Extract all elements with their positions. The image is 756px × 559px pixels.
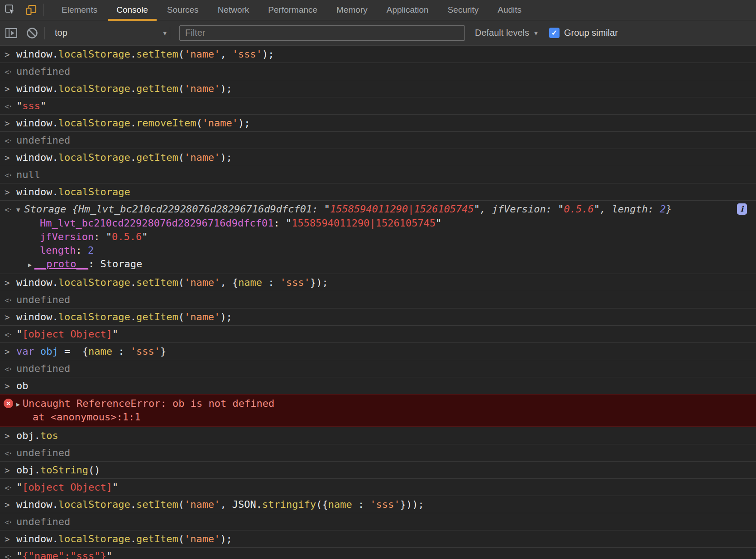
device-toolbar-button[interactable]	[21, 0, 42, 20]
token: "	[40, 100, 46, 111]
token: .	[130, 83, 136, 94]
token: "	[142, 231, 148, 242]
prompt-icon: >	[5, 186, 10, 199]
tab-strip: ElementsConsoleSourcesNetworkPerformance…	[52, 0, 531, 20]
message-text: window.localStorage	[16, 186, 130, 198]
token: .	[130, 277, 136, 288]
error-stack-text: at <anonymous>:1:1	[33, 411, 140, 423]
message-text: "[object Object]"	[16, 328, 118, 340]
token: 'name'	[202, 117, 238, 129]
token: (	[178, 499, 184, 510]
tab-console[interactable]: Console	[107, 0, 158, 20]
message-text: undefined	[16, 447, 70, 458]
inspect-element-button[interactable]	[0, 0, 21, 20]
context-label: top	[55, 28, 158, 38]
execution-context-selector[interactable]: top ▼	[47, 28, 168, 38]
token: 'sss'	[370, 499, 400, 510]
token: (	[178, 533, 184, 545]
token: obj.	[16, 430, 40, 441]
token: window.	[16, 83, 58, 94]
token: window.	[16, 152, 58, 163]
token: var	[16, 346, 34, 357]
device-toolbar-icon	[25, 4, 37, 16]
proto-text: __proto__: Storage	[34, 258, 142, 270]
collapse-toggle-icon[interactable]: ▼	[16, 203, 20, 217]
tab-application[interactable]: Application	[377, 0, 438, 20]
object-properties: Hm_lvt_bc210cd22928076d28296716d9dfcf01:…	[16, 217, 751, 272]
expand-toggle-icon[interactable]: ▶	[28, 258, 32, 272]
token: );	[220, 152, 232, 163]
token: }	[160, 346, 166, 357]
show-console-sidebar-button[interactable]	[1, 23, 22, 43]
tab-security[interactable]: Security	[438, 0, 488, 20]
group-similar-checkbox[interactable]: ✓	[549, 28, 560, 38]
token: :	[648, 203, 660, 215]
tab-sources[interactable]: Sources	[158, 0, 208, 20]
filter-input[interactable]	[179, 25, 465, 41]
prompt-icon: >	[5, 498, 10, 511]
token: name	[88, 346, 112, 357]
token: 'name'	[184, 48, 220, 60]
token: "	[106, 550, 112, 559]
token: getItem	[136, 533, 178, 545]
result-arrow-icon: <·	[5, 362, 12, 376]
token: "	[16, 550, 22, 559]
console-result-row: <·"sss"	[0, 97, 756, 114]
message-text: window.localStorage.getItem('name');	[16, 533, 232, 545]
prompt-icon: >	[5, 151, 10, 164]
console-input-row: >var obj = {name : 'sss'}	[0, 342, 756, 360]
console-input-row: >window.localStorage.getItem('name');	[0, 530, 756, 547]
token: localStorage	[58, 117, 130, 129]
console-input-row: >window.localStorage	[0, 183, 756, 200]
console-result-row: <·undefined	[0, 291, 756, 308]
token: ,	[220, 48, 232, 60]
token: 2	[660, 203, 666, 215]
info-icon[interactable]: i	[737, 203, 747, 215]
token: 'name'	[184, 152, 220, 163]
token: ({	[316, 499, 328, 510]
toolbar-divider	[44, 27, 45, 39]
token: .	[130, 499, 136, 510]
token: :	[94, 231, 106, 242]
console-input-row: >window.localStorage.getItem('name');	[0, 149, 756, 166]
token: localStorage	[58, 533, 130, 545]
token: getItem	[136, 83, 178, 94]
result-arrow-icon: <·	[5, 294, 12, 307]
console-result-row: <·undefined	[0, 360, 756, 377]
prompt-icon: >	[5, 464, 10, 477]
toolbar-divider	[43, 4, 44, 16]
token: undefined	[16, 447, 70, 458]
result-arrow-icon: <·	[5, 100, 12, 113]
console-messages: >window.localStorage.setItem('name', 'ss…	[0, 46, 756, 559]
token: :	[88, 258, 100, 270]
token: jfVersion	[40, 231, 94, 242]
token: Hm_lvt_bc210cd22928076d28296716d9dfcf01	[78, 203, 312, 215]
token: :	[76, 245, 88, 256]
clear-console-button[interactable]	[22, 23, 43, 43]
message-text: undefined	[16, 66, 70, 77]
object-property-row: length: 2	[40, 244, 751, 257]
token: getItem	[136, 152, 178, 163]
prompt-icon: >	[5, 345, 10, 358]
console-result-row: <·undefined	[0, 63, 756, 80]
tab-audits[interactable]: Audits	[488, 0, 531, 20]
tab-network[interactable]: Network	[208, 0, 259, 20]
token: [object Object]	[22, 482, 112, 493]
token: {	[72, 203, 78, 215]
token: :	[312, 203, 324, 215]
console-error-row: ✕▶Uncaught ReferenceError: ob is not def…	[0, 394, 756, 427]
console-result-row: <·null	[0, 166, 756, 183]
token: localStorage	[58, 499, 130, 510]
token: }));	[400, 499, 424, 510]
token: undefined	[16, 516, 70, 527]
tab-memory[interactable]: Memory	[327, 0, 377, 20]
message-text: window.localStorage.removeItem('name');	[16, 117, 250, 129]
tab-performance[interactable]: Performance	[258, 0, 327, 20]
chevron-down-icon: ▼	[162, 29, 168, 37]
tab-elements[interactable]: Elements	[52, 0, 107, 20]
token: (	[178, 152, 184, 163]
log-level-selector[interactable]: Default levels ▼	[475, 28, 539, 38]
message-text: window.localStorage.setItem('name', {nam…	[16, 277, 328, 288]
expand-toggle-icon[interactable]: ▶	[16, 398, 20, 411]
group-similar-label[interactable]: Group similar	[564, 28, 618, 38]
